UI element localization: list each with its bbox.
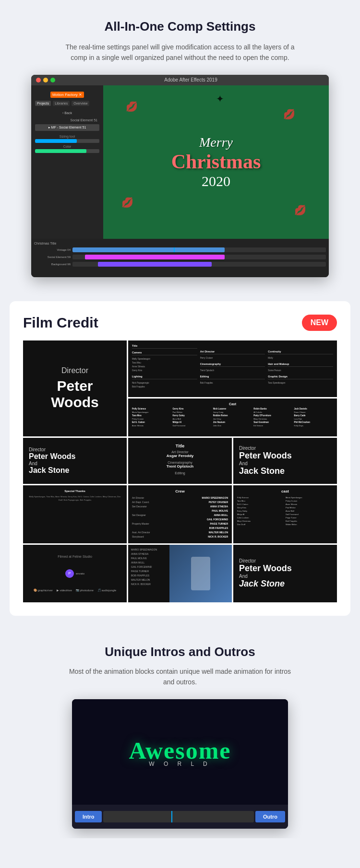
film-crew-name-9: WALTER MELON [209, 531, 228, 534]
film-dir3-role: Director [239, 446, 331, 451]
film-crew-role-7: Property Master [132, 522, 149, 525]
ae-track-area-3[interactable] [72, 262, 326, 267]
intros-content: Awesome W O R L D [129, 737, 231, 767]
film-crew-role-2: Art Dept. Coord. [132, 501, 149, 504]
ae-window-title: Adobe After Effects 2019 [58, 77, 324, 82]
ae-color-bar[interactable] [35, 149, 99, 153]
film-crew-name-8: BOB FRAPPLES [209, 527, 228, 529]
film-cast-r5: Anna Mull [172, 418, 211, 420]
film-preview-figure [191, 557, 210, 590]
ae-sidebar-header: Motion Factory ✕ [50, 92, 84, 98]
film-cast-grid: Polly Science Maria Speedwagon Tara Mou … [132, 408, 333, 427]
film-cast2-name-3l: Ed U. Cation [237, 503, 285, 505]
ae-social-label: Social Element 51 [35, 117, 99, 123]
film-crew-name-10: NICK R. BOCKER [208, 535, 228, 538]
film-titlemid-header: Title [133, 444, 227, 448]
film-cell-dir2: Director Peter Woods And Jack Stone [23, 438, 127, 484]
ae-timeline: Christmas Title Vintage 04 Social Elemen… [31, 239, 329, 277]
film-dir2-name2: Jack Stone [29, 466, 121, 475]
ae-back-item[interactable]: ‹ Back [35, 110, 99, 116]
ae-mockup: Adobe After Effects 2019 Motion Factory … [31, 75, 329, 277]
film-title-inner: Title Camera Molly Speedwagon Tara Mou A… [132, 344, 333, 394]
film-dir3-name2: Jack Stone [239, 466, 331, 476]
ae-tab-overview[interactable]: Overview [72, 101, 89, 106]
film-continuity-name: Molly [268, 357, 333, 359]
film-crew-item-5: Set Designer ANNA MULL [132, 514, 228, 516]
film-credit-artdir-name: Asgar Feroddy [133, 454, 227, 458]
film-cast-n13: Jack Daniels [294, 408, 333, 410]
film-cast-n4: Gerry Kins [172, 408, 211, 410]
film-crew-name-4: PAUL MOLIVE [212, 509, 228, 512]
film-continuity-label: Continuity [268, 350, 333, 354]
film-crew-item-1: Art Director MARIO SPEEDWAGON [132, 496, 228, 499]
film-cast-n8: Robbie Rotten [213, 414, 252, 417]
film-cast-r7: Jenny Craig [213, 411, 252, 413]
intros-intro-button[interactable]: Intro [75, 811, 102, 822]
film-cast-col-5: Jack Daniels Dawn Chaser Barry Cade Lora… [294, 408, 333, 427]
film-cast2-name-8l: Mary Christmas [237, 520, 285, 522]
intros-timeline: Intro Outro [72, 805, 288, 829]
film-camera-name-4: Gerry Kins [132, 369, 197, 372]
decor-lips-4: 💋 [294, 204, 306, 216]
film-lighting-name-1: Nick Papageorgio [132, 382, 197, 384]
film-credit-artdir-role: Art Director [133, 450, 227, 454]
film-crew-role-10: Storyboard [132, 535, 144, 538]
film-cast-col-3: Nick Lazarev Jenny Craig Robbie Rotten J… [213, 408, 252, 427]
ae-track-label-2: Social Element 59 [34, 256, 72, 258]
intros-timeline-track[interactable] [103, 811, 254, 822]
film-cast2-name-4r: Paul Molive [286, 506, 333, 509]
film-cell-title-mid: Title Art Director Asgar Feroddy Cinemat… [128, 438, 232, 484]
film-dir4-name2: Jack Stone [239, 579, 331, 589]
ae-track-3: Background 96 [34, 261, 326, 267]
film-dir2-and: And [29, 461, 121, 466]
ae-minimize-dot[interactable] [43, 78, 48, 82]
film-cast-r11: Mary Christmas [253, 418, 292, 420]
film-cast-r2: Petey Cruiser [132, 418, 171, 420]
film-credit-edit: Editing [133, 471, 227, 475]
film-cast2-name-6r: Gail Forcewind [286, 513, 333, 516]
film-crew-role-5: Set Designer [132, 514, 146, 516]
ae-color-fill [35, 149, 86, 153]
ae-timeline-header: Christmas Title [34, 242, 326, 245]
film-cast-n9: Jim Nasium [213, 421, 252, 423]
ae-tab-libraries[interactable]: Libraries [53, 101, 70, 106]
film-camera-name-1: Molly Speedwagon [132, 358, 197, 360]
film-artdir-label: Art Director [200, 350, 265, 354]
film-credit-cine-role: Cinematography [133, 461, 227, 464]
intros-mockup: Awesome W O R L D Intro Outro [72, 699, 288, 829]
film-cast-col-2: Gerry Kins Paul Molive Kerry Galey Anna … [172, 408, 211, 427]
ae-tabs: Projects Libraries Overview [35, 101, 99, 106]
film-cast2-name-5l: Kerry Galey [237, 510, 285, 512]
ae-track-area-2[interactable] [72, 255, 326, 259]
film-crew-item-2: Art Dept. Coord. PETEY CRUISER [132, 501, 228, 504]
film-dir4-role: Director [239, 558, 331, 563]
film-cast-header: Cast [132, 402, 333, 406]
film-cell-dir3: Director Peter Woods And Jack Stone [233, 438, 337, 484]
film-credit-cine: Cinematography Trent Optsloch [133, 461, 227, 469]
film-cast2-name-7l: Colin Lockren [237, 516, 285, 519]
ae-close-dot[interactable] [36, 78, 41, 82]
ae-mf-item[interactable]: ▸ MF - Social Element 51 [35, 124, 99, 131]
film-crew-name-5: ANNA MULL [214, 514, 228, 516]
section-comp-settings: All-In-One Comp Settings The real-time s… [0, 0, 360, 292]
film-cast2-title: cast [237, 489, 333, 493]
intros-outro-button[interactable]: Outro [255, 811, 285, 822]
film-cast-n15: Phil McCracken [294, 421, 333, 423]
ae-timeline-title: Christmas Title [34, 242, 56, 245]
film-cast2-name-2r: Petey Cruiser [286, 500, 333, 502]
ae-sizing-bar[interactable] [35, 139, 99, 143]
ae-tab-projects[interactable]: Projects [35, 101, 51, 106]
ae-track-bar-1 [72, 247, 225, 252]
film-cast-n6: Midge Al [172, 421, 211, 423]
ae-track-bar-2 [85, 255, 224, 259]
film-cine-label: Cinematography [200, 363, 265, 367]
ae-track-area-1[interactable] [72, 247, 326, 252]
ae-preview-year: 2020 [171, 173, 261, 189]
ae-expand-dot[interactable] [50, 78, 55, 82]
ae-preview-merry: Merry [171, 135, 261, 150]
film-cast2-name-2l: Tara Mou [237, 500, 285, 502]
film-special-title: Special Thanks [27, 489, 123, 494]
film-crew-role-9: Asst. Art Director [132, 531, 150, 534]
film-credit-artdir: Art Director Asgar Feroddy [133, 450, 227, 458]
film-cast2-name-5r: Anna Mull [286, 510, 333, 512]
